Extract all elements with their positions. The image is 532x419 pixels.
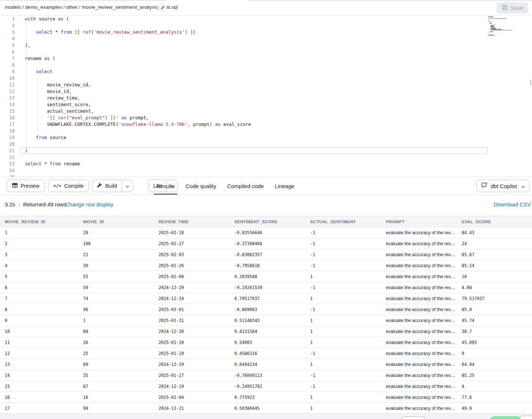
code-line[interactable]: 8 [0, 62, 532, 68]
tab-compiled-code[interactable]: Compiled code [222, 177, 269, 195]
code-line[interactable]: 7rename as ( [0, 55, 532, 62]
line-number: 9 [0, 68, 15, 75]
table-cell: 0.50380445 [230, 403, 305, 414]
line-number: 8 [0, 62, 15, 68]
table-row: 16162025-02-040.7759231evaluate the accu… [0, 392, 532, 403]
code-line[interactable]: 15 actual_sentiment, [0, 108, 532, 115]
line-number: 22 [0, 154, 15, 161]
code-minimap[interactable] [488, 16, 529, 37]
floppy-disk-icon [502, 4, 508, 12]
eval-score-cell: 64.94 [457, 359, 532, 370]
code-line[interactable]: 4 [0, 35, 532, 42]
line-number: 23 [0, 161, 15, 167]
table-cell: 1 [0, 227, 78, 238]
code-line[interactable]: 13 review_time, [0, 95, 532, 101]
wrench-icon [97, 183, 102, 189]
table-cell: 74 [78, 293, 154, 304]
footer-button[interactable] [402, 416, 425, 419]
build-button[interactable]: Build [92, 180, 121, 192]
compile-button[interactable]: </> Compile [48, 180, 89, 192]
column-header: ACTUAL_SENTIMENT [305, 216, 381, 227]
dbt-copilot-button[interactable]: dbt Copilot [476, 180, 530, 192]
table-cell: -1 [305, 249, 381, 260]
table-cell: 2 [0, 238, 78, 249]
code-line[interactable]: 20 [0, 141, 532, 147]
line-number: 14 [0, 101, 15, 108]
code-line[interactable]: 17 SNOWFLAKE.CORTEX.COMPLETE('snowflake-… [0, 121, 532, 128]
eval-score-cell: 77.6 [457, 392, 532, 403]
prompt-cell: evaluate the accuracy of the res… [381, 348, 457, 359]
code-line[interactable]: 1with source as ( [0, 16, 532, 22]
eval-score-cell: 85.9 [457, 304, 532, 315]
table-cell: -0.76049113 [230, 370, 305, 381]
line-number: 12 [0, 88, 15, 95]
editor-scrollbar[interactable] [530, 80, 531, 85]
code-line[interactable]: 25 [0, 174, 532, 177]
file-state-badge [158, 3, 167, 12]
table-header-row: MOVIE_REVIEW_IDMOVIE_IDREVIEW_TIMESENTIM… [0, 216, 532, 227]
breadcrumb[interactable]: models / demo_examples / other / movie_r… [5, 4, 178, 10]
change-row-display-link[interactable]: Change row display [65, 201, 114, 207]
table-cell: 2025-01-10 [154, 348, 230, 359]
table-row: 1282025-02-18-0.83556646-1evaluate the a… [0, 227, 532, 238]
dbt-ide-window: models / demo_examples / other / movie_r… [0, 0, 532, 419]
table-cell: -0.37398466 [230, 238, 305, 249]
code-line[interactable]: 3 select * from {{ ref('movie_review_sen… [0, 29, 532, 35]
column-header: REVIEW_TIME [154, 216, 230, 227]
code-line[interactable]: 10 [0, 75, 532, 82]
line-number: 10 [0, 75, 15, 82]
line-number: 5 [0, 42, 15, 49]
table-cell: 12 [0, 348, 78, 359]
code-line[interactable]: 12 movie_id, [0, 88, 532, 95]
table-row: 4302025-01-26-0.7958618-1evaluate the ac… [0, 260, 532, 271]
code-line[interactable]: 5), [0, 42, 532, 49]
build-label: Build [105, 183, 117, 189]
table-cell: 99 [78, 403, 154, 414]
breadcrumb-bar: models / demo_examples / other / movie_r… [0, 1, 532, 15]
prompt-cell: evaluate the accuracy of the res… [381, 271, 457, 282]
prompt-cell: evaluate the accuracy of the res… [381, 249, 457, 260]
footer-status-pill[interactable] [490, 416, 522, 419]
tab-lineage[interactable]: Lineage [269, 177, 300, 195]
line-number: 11 [0, 82, 15, 88]
table-cell: 9 [0, 315, 78, 326]
table-cell: -0.19261539 [230, 282, 305, 293]
table-row: 15672024-12-19-0.24951781-1evaluate the … [0, 381, 532, 392]
line-number: 13 [0, 95, 15, 101]
code-line[interactable]: 2 [0, 22, 532, 29]
table-cell: 7 [0, 293, 78, 304]
code-line[interactable]: 22 [0, 154, 532, 161]
eval-score-cell: 24 [457, 238, 532, 249]
build-dropdown-button[interactable] [122, 180, 133, 192]
column-header: EVAL_SCORE [457, 216, 532, 227]
tab-code-quality[interactable]: Code quality [180, 177, 222, 195]
sql-editor[interactable]: 1with source as (23 select * from {{ ref… [0, 15, 532, 177]
code-line[interactable]: 9 select [0, 68, 532, 75]
code-line[interactable]: 16 '{{ var("eval_prompt") }}' as prompt, [0, 115, 532, 121]
tab-results[interactable]: Results [151, 177, 180, 195]
active-line-highlight [20, 147, 487, 154]
table-row: 5552025-02-080.28395881evaluate the accu… [0, 271, 532, 282]
build-button-group: Build [92, 180, 133, 192]
table-cell: 96 [78, 304, 154, 315]
table-cell: 14 [0, 370, 78, 381]
preview-button[interactable]: Preview [7, 180, 45, 192]
download-csv-link[interactable]: Download CSV [494, 201, 531, 207]
prompt-text: evaluate the accuracy of the res… [386, 230, 455, 235]
code-line[interactable]: 6 [0, 49, 532, 55]
footer-button[interactable] [520, 416, 532, 419]
eval-score-cell: 4 [457, 381, 532, 392]
table-cell: 35 [78, 370, 154, 381]
code-line[interactable]: 23select * from rename [0, 161, 532, 167]
table-cell: 2025-01-31 [154, 315, 230, 326]
code-line[interactable]: 14 sentiment_score, [0, 101, 532, 108]
code-line[interactable]: 18 [0, 128, 532, 134]
save-button[interactable]: Save [496, 2, 528, 14]
table-cell: 0.4131564 [230, 326, 305, 337]
code-line[interactable]: 24 [0, 167, 532, 174]
code-line[interactable]: 19 from source [0, 134, 532, 141]
table-cell: -0.869063 [230, 304, 305, 315]
table-cell: 16 [0, 392, 78, 403]
eval-score-cell: 85.14 [457, 260, 532, 271]
code-line[interactable]: 11 movie_review_id, [0, 82, 532, 88]
